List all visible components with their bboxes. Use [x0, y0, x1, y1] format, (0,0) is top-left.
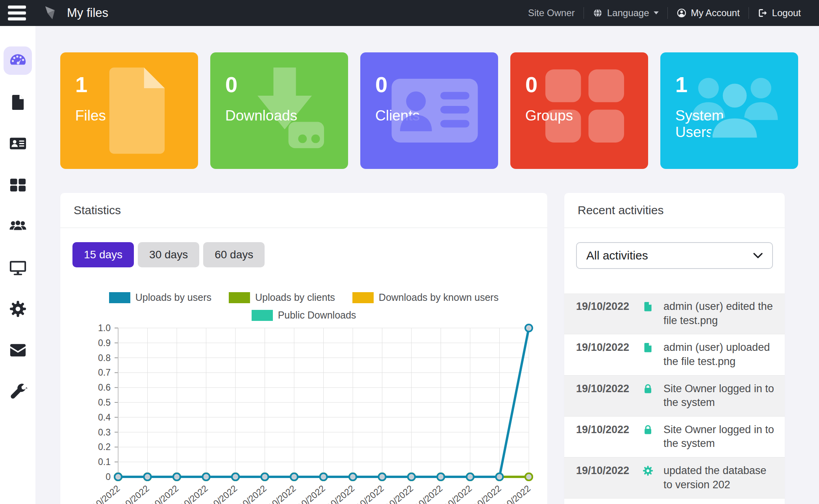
language-menu[interactable]: Language [584, 7, 667, 19]
activity-row: 19/10/2022 Site Owner logged in to the s… [564, 376, 785, 417]
sidebar-item-files[interactable] [4, 88, 32, 116]
hamburger-icon [8, 6, 26, 9]
sidebar-item-groups[interactable] [4, 212, 32, 240]
legend-label: Downloads by known users [379, 292, 498, 303]
top-navbar: My files Site Owner Language My Account [0, 0, 819, 26]
stat-value: 1 [75, 74, 87, 96]
caret-down-icon [654, 11, 659, 15]
activity-date: 19/10/2022 [576, 464, 642, 478]
tab-60-days[interactable]: 60 days [203, 242, 265, 267]
svg-text:0.4: 0.4 [98, 412, 111, 422]
stat-card-system-users[interactable]: 1 System Users [660, 52, 798, 169]
svg-text:0.3: 0.3 [98, 427, 111, 437]
svg-text:0.8: 0.8 [98, 353, 111, 363]
svg-text:5/10/2022: 5/10/2022 [84, 483, 122, 504]
sidebar-item-categories[interactable] [4, 170, 32, 199]
language-label: Language [607, 7, 649, 19]
stat-card-downloads[interactable]: 0 Downloads [210, 52, 348, 169]
sidebar-item-settings[interactable] [4, 295, 32, 323]
logout-button[interactable]: Logout [749, 7, 810, 19]
recent-activities-panel: Recent activities All activities 19/10/2… [564, 193, 785, 504]
stat-card-clients[interactable]: 0 Clients [360, 52, 498, 169]
svg-text:0.6: 0.6 [98, 382, 111, 393]
idcard-icon [388, 64, 482, 158]
users-icon [9, 217, 27, 235]
sidebar-item-system[interactable] [4, 253, 32, 282]
statistics-panel: Statistics 15 days30 days60 days Uploads… [60, 193, 547, 504]
tab-30-days[interactable]: 30 days [138, 242, 199, 267]
menu-toggle-button[interactable] [8, 6, 27, 20]
svg-text:0.7: 0.7 [98, 367, 111, 378]
statistics-chart: 00.10.20.30.40.50.60.70.80.91.05/10/2022… [60, 323, 547, 504]
legend-label: Public Downloads [278, 309, 356, 321]
sidebar-item-email[interactable] [4, 336, 32, 364]
legend-swatch [109, 292, 130, 303]
stat-cards: 1 Files 0 Downloads 0 Clients 0 Groups 1… [60, 52, 799, 169]
users-icon [688, 64, 782, 158]
lock-icon [642, 383, 654, 395]
tab-15-days[interactable]: 15 days [72, 242, 134, 267]
activity-text: admin (user) edited the file test.png [663, 300, 777, 328]
legend-item-uploads-by-users[interactable]: Uploads by users [109, 292, 211, 303]
activity-row: 19/10/2022 admin (user) uploaded the fil… [564, 334, 785, 375]
dashboard-icon [9, 52, 27, 70]
activity-text: updated the database to version 202 [663, 464, 777, 492]
legend-item-uploads-by-clients[interactable]: Uploads by clients [229, 292, 335, 303]
recent-activities-title: Recent activities [564, 193, 785, 228]
legend-item-downloads-by-known-users[interactable]: Downloads by known users [352, 292, 498, 303]
sidebar-item-dashboard[interactable] [4, 46, 32, 75]
legend-item-public-downloads[interactable]: Public Downloads [252, 309, 356, 321]
activity-text: Site Owner logged in to the system [663, 382, 777, 410]
user-circle-icon [676, 8, 687, 18]
sidebar-item-tools[interactable] [4, 377, 32, 406]
idcard-icon [9, 134, 27, 153]
wrench-icon [9, 382, 27, 401]
stat-value: 0 [525, 74, 537, 96]
gear-icon [9, 300, 27, 318]
svg-text:8/10/2022: 8/10/2022 [172, 483, 210, 504]
activity-date: 19/10/2022 [576, 382, 642, 396]
activity-row: 19/10/2022 admin (user) edited the file … [564, 293, 785, 334]
statistics-title: Statistics [60, 193, 547, 228]
svg-text:1.0: 1.0 [98, 323, 111, 333]
chevron-down-icon [753, 253, 763, 259]
grid-icon [9, 176, 27, 194]
stat-card-groups[interactable]: 0 Groups [510, 52, 648, 169]
activity-text: admin (user) uploaded the file test.png [663, 341, 777, 369]
lock-icon [642, 424, 654, 435]
svg-text:0.5: 0.5 [98, 397, 111, 408]
monitor-icon [9, 258, 27, 277]
stat-card-files[interactable]: 1 Files [60, 52, 198, 169]
sidebar-item-clients[interactable] [4, 129, 32, 158]
activity-list: 19/10/2022 admin (user) edited the file … [564, 293, 785, 498]
activity-row: 19/10/2022 Site Owner logged in to the s… [564, 417, 785, 458]
download-icon [238, 64, 332, 158]
file-icon [642, 301, 654, 312]
svg-text:0.1: 0.1 [98, 457, 111, 467]
range-tabs: 15 days30 days60 days [72, 242, 547, 267]
my-account-button[interactable]: My Account [668, 7, 749, 19]
svg-text:0: 0 [106, 472, 111, 482]
activity-date: 19/10/2022 [576, 423, 642, 437]
stat-value: 0 [225, 74, 237, 96]
activity-filter-value: All activities [586, 249, 648, 262]
logged-user-label: Site Owner [519, 7, 584, 19]
svg-text:9/10/2022: 9/10/2022 [202, 483, 239, 504]
stat-value: 0 [375, 74, 387, 96]
activity-row: 19/10/2022 updated the database to versi… [564, 458, 785, 498]
file-icon [9, 93, 27, 111]
file-icon [88, 64, 182, 158]
envelope-icon [9, 341, 27, 359]
gear-icon [642, 465, 654, 476]
page-title: My files [67, 6, 108, 20]
logout-label: Logout [772, 7, 801, 19]
navbar-actions: Site Owner Language My Account [519, 7, 819, 19]
activity-text: Site Owner logged in to the system [663, 423, 777, 451]
chart-legend: Uploads by users Uploads by clients Down… [60, 292, 547, 321]
activity-date: 19/10/2022 [576, 300, 642, 314]
legend-swatch [352, 292, 374, 303]
activity-filter-select[interactable]: All activities [576, 242, 773, 269]
grid-icon [538, 64, 632, 158]
sidebar [0, 26, 35, 504]
stat-value: 1 [675, 74, 687, 96]
